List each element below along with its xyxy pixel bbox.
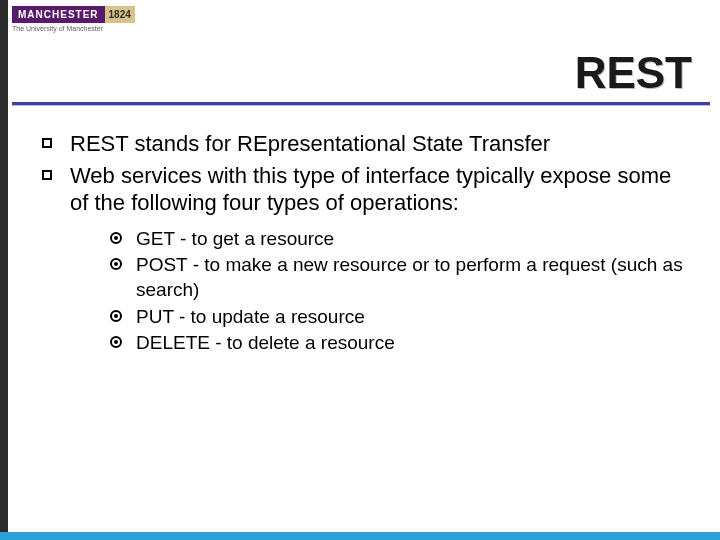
title-underline <box>12 102 710 106</box>
logo-subtitle: The University of Manchester <box>12 25 142 32</box>
sub-bullet-text: PUT - to update a resource <box>136 306 365 327</box>
sub-bullet-item: POST - to make a new resource or to perf… <box>110 253 690 302</box>
bottom-accent-bar <box>0 532 720 540</box>
sub-bullet-item: PUT - to update a resource <box>110 305 690 330</box>
logo-year: 1824 <box>105 6 135 23</box>
sub-bullet-list: GET - to get a resource POST - to make a… <box>70 227 690 356</box>
sub-bullet-text: GET - to get a resource <box>136 228 334 249</box>
sub-bullet-item: DELETE - to delete a resource <box>110 331 690 356</box>
slide-title: REST <box>575 48 692 98</box>
slide-body: REST stands for REpresentational State T… <box>38 130 690 360</box>
sub-bullet-text: DELETE - to delete a resource <box>136 332 395 353</box>
slide: MANCHESTER1824 The University of Manches… <box>0 0 720 540</box>
bullet-list: REST stands for REpresentational State T… <box>38 130 690 356</box>
bullet-item: Web services with this type of interface… <box>38 162 690 356</box>
university-logo: MANCHESTER1824 The University of Manches… <box>12 4 142 32</box>
logo-name: MANCHESTER <box>12 6 105 23</box>
sub-bullet-item: GET - to get a resource <box>110 227 690 252</box>
bullet-text: Web services with this type of interface… <box>70 163 671 216</box>
bullet-item: REST stands for REpresentational State T… <box>38 130 690 158</box>
sub-bullet-text: POST - to make a new resource or to perf… <box>136 254 683 300</box>
bullet-text: REST stands for REpresentational State T… <box>70 131 550 156</box>
left-stripe <box>0 0 8 540</box>
